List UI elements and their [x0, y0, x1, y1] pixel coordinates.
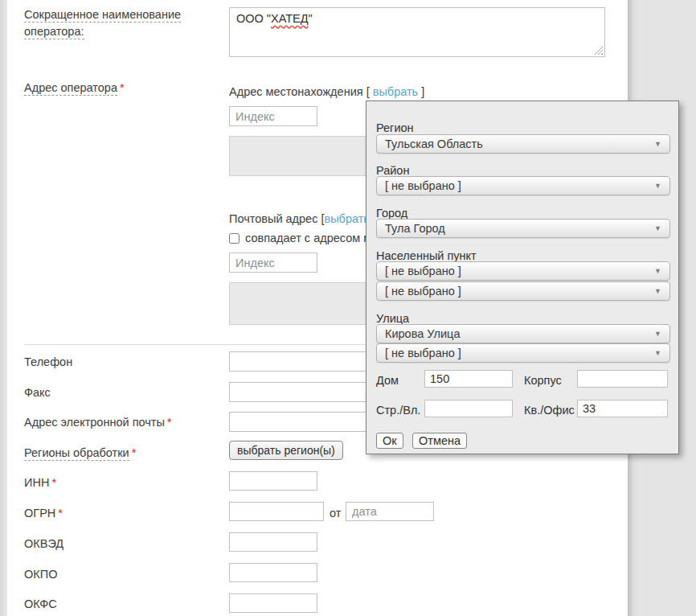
short-name-misspelled-word: ХАТЕД [271, 12, 309, 25]
email-label-text: Адрес электронной почты [24, 416, 165, 429]
same-address-checkbox[interactable] [229, 233, 240, 244]
select-regions-button[interactable]: выбрать регион(ы) [229, 441, 343, 460]
region-select-value: Тульская Область [385, 138, 483, 150]
required-asterisk: * [167, 416, 172, 429]
street-label: Улица [376, 312, 409, 325]
short-name-textarea[interactable]: ООО "ХАТЕД" [229, 7, 605, 57]
street-select[interactable]: Кирова Улица ▼ [376, 324, 670, 343]
building-label: Корпус [524, 374, 562, 387]
ogrn-date-input[interactable] [346, 502, 434, 521]
ogrn-label-text: ОГРН [24, 507, 55, 519]
location-address-select-link[interactable]: выбрать [373, 85, 418, 98]
location-index-input[interactable] [229, 106, 317, 126]
location-address-title: Адрес местонахождения [ [229, 85, 373, 98]
okved-input[interactable] [229, 532, 317, 552]
short-name-label-text: Сокращенное наименование оператора: [24, 8, 181, 39]
region-label: Регион [376, 121, 414, 134]
chevron-down-icon: ▼ [654, 177, 661, 195]
settlement-select[interactable]: [ не выбрано ] ▼ [376, 261, 670, 281]
chevron-down-icon: ▼ [654, 262, 661, 280]
short-name-label: Сокращенное наименование оператора: [24, 6, 217, 40]
city-select-value: Тула Город [385, 222, 445, 235]
required-asterisk: * [58, 507, 63, 519]
ogrn-from-label: от [330, 505, 341, 522]
postal-address-header: Почтовый адрес [выбрать ] [229, 211, 376, 228]
inn-input[interactable] [229, 471, 317, 491]
chevron-down-icon: ▼ [654, 344, 661, 362]
settlement-select-value: [ не выбрано ] [385, 265, 461, 277]
okpo-label: ОКПО [24, 566, 57, 583]
location-address-title-close: ] [418, 85, 424, 98]
fax-label: Факс [24, 384, 51, 401]
okved-label: ОКВЭД [24, 536, 63, 552]
phone-label: Телефон [24, 354, 72, 371]
street-select-secondary-value: [ не выбрано ] [385, 347, 461, 359]
okpo-input[interactable] [229, 563, 317, 582]
okved-label-text: ОКВЭД [24, 537, 63, 550]
okfs-label: ОКФС [24, 596, 57, 613]
house-input[interactable] [424, 370, 513, 388]
email-label: Адрес электронной почты* [24, 414, 172, 431]
city-select[interactable]: Тула Город ▼ [376, 219, 670, 238]
ogrn-label: ОГРН* [24, 505, 63, 522]
chevron-down-icon: ▼ [654, 282, 661, 300]
processing-regions-label-text: Регионы обработки [24, 446, 129, 461]
region-select[interactable]: Тульская Область ▼ [376, 134, 670, 154]
fax-label-text: Факс [24, 386, 51, 399]
required-asterisk: * [120, 81, 125, 94]
inn-label-text: ИНН [24, 476, 49, 489]
location-address-header: Адрес местонахождения [ выбрать ] [229, 84, 424, 101]
operator-registration-form: Сокращенное наименование оператора: ООО … [0, 0, 696, 616]
ok-button[interactable]: Ок [376, 433, 403, 449]
operator-address-label: Адрес оператора* [24, 80, 125, 97]
house-label: Дом [376, 374, 399, 387]
cancel-button[interactable]: Отмена [412, 433, 467, 449]
processing-regions-label: Регионы обработки* [24, 445, 136, 462]
operator-address-label-text: Адрес оператора [24, 81, 117, 96]
settlement-select-secondary[interactable]: [ не выбрано ] ▼ [376, 281, 670, 301]
short-name-value-prefix: ООО " [236, 12, 271, 25]
chevron-down-icon: ▼ [654, 135, 661, 153]
required-asterisk: * [51, 476, 56, 489]
address-picker-dialog: Регион Тульская Область ▼ Район [ не выб… [366, 101, 679, 454]
office-label: Кв./Офис [524, 404, 575, 417]
structure-label: Стр./Вл. [376, 404, 420, 417]
chevron-down-icon: ▼ [654, 325, 661, 343]
page-left-gutter [0, 0, 7, 616]
settlement-select-secondary-value: [ не выбрано ] [385, 285, 461, 298]
resize-handle-icon[interactable] [594, 46, 603, 55]
settlement-label: Населенный пункт [376, 249, 477, 262]
city-label: Город [376, 207, 407, 220]
building-input[interactable] [577, 370, 668, 388]
chevron-down-icon: ▼ [654, 220, 661, 237]
ogrn-input[interactable] [229, 502, 324, 521]
phone-label-text: Телефон [24, 355, 72, 368]
structure-input[interactable] [424, 400, 513, 417]
postal-address-select-link[interactable]: выбрать [324, 212, 369, 225]
postal-index-input[interactable] [229, 253, 317, 273]
inn-label: ИНН* [24, 474, 56, 491]
short-name-value-suffix: " [309, 12, 313, 25]
postal-address-title: Почтовый адрес [ [229, 212, 324, 225]
district-select-value: [ не выбрано ] [385, 179, 461, 192]
okfs-label-text: ОКФС [24, 598, 57, 610]
street-select-value: Кирова Улица [385, 327, 460, 340]
okfs-input[interactable] [229, 593, 317, 613]
office-input[interactable] [577, 400, 668, 417]
district-select[interactable]: [ не выбрано ] ▼ [376, 176, 670, 195]
okpo-label-text: ОКПО [24, 568, 57, 581]
street-select-secondary[interactable]: [ не выбрано ] ▼ [376, 343, 670, 363]
district-label: Район [376, 164, 409, 177]
required-asterisk: * [132, 446, 137, 459]
